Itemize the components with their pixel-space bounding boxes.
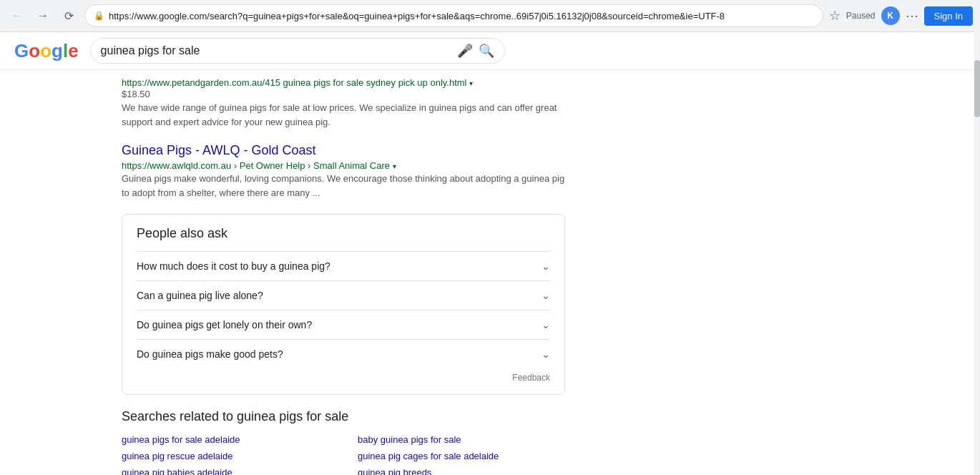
paused-button[interactable]: Paused (846, 11, 876, 21)
related-searches-section: Searches related to guinea pigs for sale… (122, 409, 565, 475)
paa-feedback[interactable]: Feedback (137, 373, 550, 383)
related-link-4[interactable]: guinea pig cages for sale adelaide (358, 451, 551, 461)
search-result-1: https://www.petandgarden.com.au/415 guin… (122, 77, 565, 129)
search-button[interactable]: 🔍 (479, 43, 494, 59)
related-link-3[interactable]: guinea pig rescue adelaide (122, 451, 315, 461)
paa-item-3[interactable]: Do guinea pigs get lonely on their own? … (137, 310, 550, 339)
paa-question-2: Can a guinea pig live alone? (137, 290, 263, 301)
paa-title: People also ask (137, 226, 550, 241)
google-header: Google 🎤 🔍 (0, 32, 980, 70)
logo-g: G (14, 40, 29, 62)
paa-chevron-1: ⌄ (542, 260, 550, 272)
logo-o2: o (40, 40, 52, 62)
result2-url: https://www.awlqld.com.au › Pet Owner He… (122, 160, 565, 171)
url-display: https://www.google.com/search?q=guinea+p… (109, 11, 814, 21)
paa-item-1[interactable]: How much does it cost to buy a guinea pi… (137, 251, 550, 280)
paused-label: Paused (846, 11, 876, 21)
related-link-6[interactable]: guinea pig breeds (358, 467, 551, 475)
people-also-ask-box: People also ask How much does it cost to… (122, 214, 565, 395)
main-content: https://www.petandgarden.com.au/415 guin… (0, 70, 980, 475)
address-bar[interactable]: 🔒 https://www.google.com/search?q=guinea… (84, 4, 823, 27)
logo-g2: g (52, 40, 63, 62)
search-result-2: Guinea Pigs - AWLQ - Gold Coast https://… (122, 143, 565, 200)
logo-o1: o (29, 40, 40, 62)
paa-item-2[interactable]: Can a guinea pig live alone? ⌄ (137, 280, 550, 310)
url-dropdown-1[interactable]: ▾ (469, 79, 473, 87)
result1-price: $18.50 (122, 89, 565, 99)
apps-button[interactable]: ⋯ (906, 8, 918, 24)
paa-question-3: Do guinea pigs get lonely on their own? (137, 319, 312, 330)
result2-snippet: Guinea pigs make wonderful, loving compa… (122, 172, 565, 200)
paa-chevron-4: ⌄ (542, 348, 550, 360)
result1-url: https://www.petandgarden.com.au/415 guin… (122, 77, 565, 88)
related-link-1[interactable]: guinea pigs for sale adelaide (122, 434, 315, 445)
paa-question-4: Do guinea pigs make good pets? (137, 348, 283, 360)
browser-chrome: ← → ⟳ 🔒 https://www.google.com/search?q=… (0, 0, 980, 32)
related-searches-grid: guinea pigs for sale adelaide baby guine… (122, 434, 551, 475)
scrollbar-thumb[interactable] (974, 60, 980, 117)
signin-button[interactable]: Sign In (924, 6, 973, 26)
paa-question-1: How much does it cost to buy a guinea pi… (137, 260, 330, 272)
related-link-5[interactable]: guinea pig babies adelaide (122, 467, 315, 475)
related-link-2[interactable]: baby guinea pigs for sale (358, 434, 551, 445)
back-button[interactable]: ← (7, 6, 27, 26)
paa-chevron-3: ⌄ (542, 319, 550, 330)
result1-snippet: We have wide range of guinea pigs for sa… (122, 101, 565, 129)
lock-icon: 🔒 (94, 11, 104, 21)
microphone-icon[interactable]: 🎤 (457, 43, 473, 59)
related-searches-title: Searches related to guinea pigs for sale (122, 409, 565, 424)
browser-toolbar: ← → ⟳ 🔒 https://www.google.com/search?q=… (0, 0, 980, 31)
refresh-button[interactable]: ⟳ (59, 6, 79, 26)
search-box[interactable]: 🎤 🔍 (90, 38, 505, 64)
scrollbar[interactable] (974, 31, 980, 475)
results-area: https://www.petandgarden.com.au/415 guin… (0, 70, 565, 475)
google-logo[interactable]: Google (14, 40, 79, 62)
search-input[interactable] (101, 44, 451, 57)
forward-button[interactable]: → (33, 6, 53, 26)
bookmark-button[interactable]: ☆ (829, 8, 841, 24)
url-dropdown-2[interactable]: ▾ (393, 162, 396, 170)
user-avatar[interactable]: K (881, 6, 900, 25)
paa-chevron-2: ⌄ (542, 290, 550, 301)
result2-title[interactable]: Guinea Pigs - AWLQ - Gold Coast (122, 143, 565, 158)
logo-e: e (68, 40, 78, 62)
toolbar-right: ☆ Paused K ⋯ Sign In (829, 6, 973, 26)
paa-item-4[interactable]: Do guinea pigs make good pets? ⌄ (137, 339, 550, 368)
